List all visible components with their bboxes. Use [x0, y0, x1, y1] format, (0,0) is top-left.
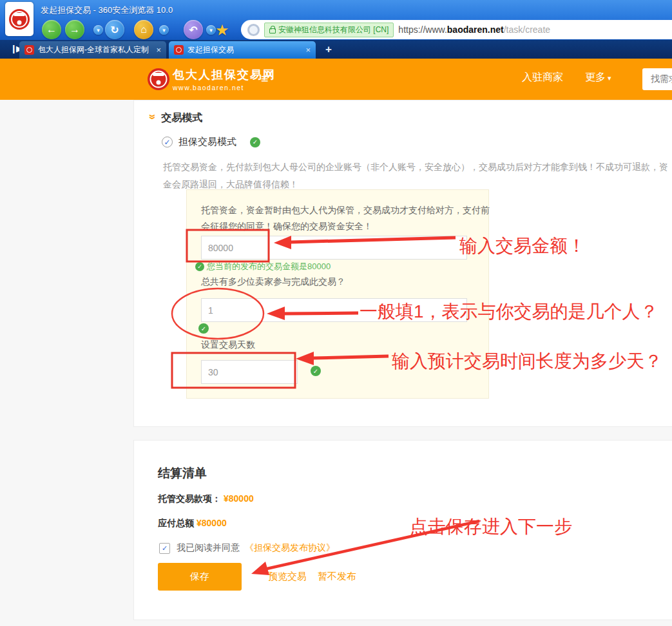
settlement-card: 结算清单 托管交易款项：¥80000 应付总额¥80000 ✓ 我已阅读并同意 … — [133, 440, 672, 620]
browser-chrome: 发起担保交易 - 360安全浏览器 10.0 ← → ▾ ↻ ⌂ ▾ ↶ ▾ ★… — [0, 0, 672, 40]
forward-icon: → — [70, 24, 80, 35]
chevron-down-icon: ▾ — [162, 27, 166, 33]
refresh-icon: ↻ — [110, 24, 119, 36]
tab-create-task[interactable]: 发起担保交易 × — [169, 41, 316, 59]
sellers-label: 总共有多少位卖家参与完成此交易？ — [201, 276, 345, 288]
home-icon: ⌂ — [140, 24, 147, 35]
home-dropdown-button[interactable]: ▾ — [159, 25, 169, 35]
site-domain: www.baodaren.net — [173, 84, 276, 91]
nav-more[interactable]: 更多▾ — [585, 71, 611, 84]
browser-app-logo — [5, 2, 34, 36]
url-domain: baodaren.net — [447, 24, 504, 35]
amount-hint: ✓ 您当前的发布的交易金额是80000 — [195, 261, 331, 272]
url-path: /task/create — [504, 24, 550, 35]
hamburger-menu-icon[interactable]: ≡ — [261, 71, 269, 86]
site-logo-icon[interactable] — [147, 68, 170, 93]
url-text[interactable]: https://www.baodaren.net/task/create — [398, 24, 550, 35]
section-chevron-icon: » — [146, 114, 160, 119]
chevron-down-icon: ▾ — [209, 27, 213, 33]
history-dropdown-button[interactable]: ▾ — [93, 25, 103, 35]
certificate-label: 安徽神狙信息科技有限公司 [CN] — [278, 24, 389, 35]
chevron-down-icon: ▾ — [97, 27, 100, 33]
escrow-amount-row: 托管交易款项：¥80000 — [158, 493, 254, 505]
favorite-star-icon[interactable]: ★ — [215, 21, 229, 39]
site-favicon — [24, 45, 34, 55]
valid-check-icon: ✓ — [311, 366, 321, 376]
days-input[interactable] — [201, 360, 298, 384]
escrow-amount-value: ¥80000 — [224, 493, 254, 504]
settlement-title: 结算清单 — [158, 465, 207, 482]
window-title: 发起担保交易 - 360安全浏览器 10.0 — [41, 5, 173, 16]
tab-bar: ❙▶ 包大人担保网-全球首家私人定制 × 发起担保交易 × + — [0, 40, 672, 59]
site-name: 包大人担保交易网 — [173, 67, 276, 82]
refresh-button[interactable]: ↻ — [105, 20, 124, 39]
close-icon[interactable]: × — [305, 45, 311, 55]
site-status-icon[interactable] — [247, 24, 260, 36]
transaction-mode-card: »交易模式 ✓ 担保交易模式 ✓ 托管交易资金，先付款到包大人母公司的企业账号（… — [133, 100, 672, 427]
preview-link[interactable]: 预览交易 — [268, 571, 307, 583]
forward-button[interactable]: → — [65, 20, 84, 39]
close-icon[interactable]: × — [156, 45, 161, 55]
url-prefix: https://www. — [398, 24, 446, 35]
amount-input[interactable] — [201, 236, 467, 260]
save-button[interactable]: 保存 — [158, 563, 242, 591]
escrow-form-panel: 托管资金，资金暂时由包大人代为保管，交易成功才支付给对方，支付前 会征得您的同意… — [186, 189, 489, 399]
hold-link[interactable]: 暂不发布 — [318, 571, 356, 583]
site-header: 包大人担保交易网 www.baodaren.net ≡ 入驻商家 更多▾ 找需求 — [0, 59, 672, 100]
total-amount-value: ¥80000 — [197, 518, 227, 528]
undo-icon: ↶ — [189, 24, 197, 36]
valid-check-icon: ✓ — [198, 323, 209, 334]
valid-check-icon: ✓ — [195, 262, 204, 271]
agree-checkbox-checked[interactable]: ✓ — [159, 543, 170, 554]
lock-icon — [269, 28, 276, 33]
sellers-input[interactable] — [201, 298, 467, 322]
baodaren-logo-icon — [8, 5, 31, 33]
find-demand-button[interactable]: 找需求 — [642, 68, 672, 90]
agreement-link[interactable]: 《担保交易发布协议》 — [245, 542, 335, 554]
escrow-notice: 托管资金，资金暂时由包大人代为保管，交易成功才支付给对方，支付前 会征得您的同意… — [201, 202, 490, 234]
nav-merchants[interactable]: 入驻商家 — [522, 71, 563, 84]
days-label: 设置交易天数 — [201, 339, 255, 351]
total-amount-label: 应付总额 — [158, 518, 194, 528]
chevron-down-icon: ▾ — [608, 74, 611, 82]
back-button[interactable]: ← — [42, 20, 61, 39]
mode-label: 担保交易模式 — [178, 136, 236, 148]
mode-radio-checked[interactable]: ✓ — [162, 137, 173, 147]
agreement-row: ✓ 我已阅读并同意 《担保交易发布协议》 — [159, 542, 335, 554]
mode-description: 托管交易资金，先付款到包大人母公司的企业账号（非个人账号，安全放心），交易成功后… — [163, 158, 668, 193]
home-button[interactable]: ⌂ — [134, 20, 153, 39]
browser-window: 发起担保交易 - 360安全浏览器 10.0 ← → ▾ ↻ ⌂ ▾ ↶ ▾ ★… — [0, 0, 672, 626]
tab-title: 发起担保交易 — [187, 44, 303, 55]
tab-home[interactable]: 包大人担保网-全球首家私人定制 × — [19, 41, 166, 59]
agree-text: 我已阅读并同意 — [177, 542, 240, 554]
address-bar[interactable]: 安徽神狙信息科技有限公司 [CN] https://www.baodaren.n… — [241, 20, 672, 39]
valid-check-icon: ✓ — [250, 137, 260, 147]
section-title: »交易模式 — [151, 111, 202, 125]
new-tab-button[interactable]: + — [325, 43, 332, 56]
undo-close-button[interactable]: ↶ — [184, 20, 203, 39]
undo-dropdown-button[interactable]: ▾ — [206, 25, 216, 35]
escrow-amount-label: 托管交易款项： — [158, 493, 221, 504]
escrow-mode-option: ✓ 担保交易模式 ✓ — [162, 136, 260, 148]
total-amount-row: 应付总额¥80000 — [158, 518, 227, 529]
site-logo-text[interactable]: 包大人担保交易网 www.baodaren.net — [173, 67, 276, 91]
certificate-badge[interactable]: 安徽神狙信息科技有限公司 [CN] — [264, 23, 394, 37]
tab-title: 包大人担保网-全球首家私人定制 — [38, 44, 153, 55]
back-icon: ← — [46, 24, 57, 35]
site-favicon — [174, 45, 184, 55]
